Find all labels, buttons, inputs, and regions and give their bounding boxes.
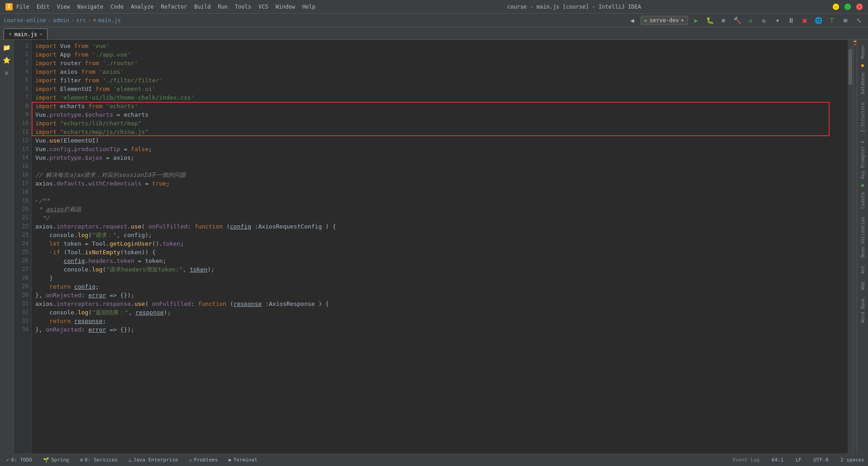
- run-button[interactable]: ▶: [691, 15, 702, 26]
- panel-bean-validation[interactable]: Bean Validation: [859, 213, 867, 261]
- panel-maven[interactable]: Maven: [859, 42, 867, 62]
- todo-icon: ✓: [6, 457, 9, 463]
- line-num-31: 31: [14, 300, 28, 308]
- breadcrumb-project[interactable]: course-online: [4, 17, 46, 24]
- panel-key-promoter[interactable]: Key Prompter X: [859, 137, 867, 182]
- status-encoding[interactable]: UTF-8: [813, 457, 828, 463]
- menu-run[interactable]: Run: [218, 4, 228, 10]
- reload-button[interactable]: ↻: [759, 15, 769, 26]
- stop-button[interactable]: ■: [799, 15, 810, 26]
- debug-button[interactable]: 🐛: [704, 15, 715, 26]
- menu-vcs[interactable]: VCS: [259, 4, 269, 10]
- browse-button[interactable]: 🌐: [813, 15, 824, 26]
- run-config-label: serve-dev: [650, 17, 679, 24]
- bottom-tab-java-enterprise[interactable]: △ Java Enterprise: [126, 455, 181, 465]
- tab-main-js[interactable]: ⚡ main.js ✕: [4, 29, 47, 39]
- event-log-link[interactable]: Event Log: [733, 457, 760, 463]
- close-button[interactable]: ✕: [856, 4, 863, 10]
- sidebar-icon-project[interactable]: 📁: [1, 42, 13, 53]
- line-num-26: 26: [14, 257, 28, 265]
- translate-button[interactable]: T: [826, 15, 837, 26]
- bottom-tab-spring[interactable]: 🌱 Spring: [40, 455, 72, 465]
- line-num-32: 32: [14, 308, 28, 317]
- menu-view[interactable]: View: [57, 4, 70, 10]
- spring-label: Spring: [51, 457, 69, 463]
- panel-word-book[interactable]: Word Book: [859, 295, 867, 326]
- panel-ant[interactable]: Ant: [859, 262, 867, 277]
- panel-web[interactable]: Web: [859, 278, 867, 294]
- status-position[interactable]: 64:1: [772, 457, 784, 463]
- maven-indicator: [861, 64, 864, 67]
- menu-file[interactable]: File: [16, 4, 29, 10]
- more-button[interactable]: ▾: [772, 15, 783, 26]
- rerun-button[interactable]: ↺: [745, 15, 756, 26]
- scrollbar[interactable]: [848, 40, 853, 453]
- panel-codota[interactable]: Codota: [859, 189, 867, 212]
- menu-edit[interactable]: Edit: [37, 4, 50, 10]
- maximize-button[interactable]: □: [844, 4, 851, 10]
- bottom-tab-services[interactable]: ⚙ 8: Services: [77, 455, 120, 465]
- code-line-30: }, onRejected: error => {});: [32, 291, 848, 300]
- scrollbar-thumb[interactable]: [849, 49, 852, 85]
- menu-build[interactable]: Build: [194, 4, 211, 10]
- pause-button[interactable]: ⏸: [786, 15, 797, 26]
- back-button[interactable]: ◀: [627, 15, 638, 26]
- line-num-4: 4: [14, 67, 28, 76]
- line-num-33: 33: [14, 317, 28, 325]
- menu-refactor[interactable]: Refactor: [161, 4, 187, 10]
- line-num-34: 34: [14, 325, 28, 334]
- bottom-tab-problems[interactable]: ⚠ Problems: [186, 455, 221, 465]
- line-num-14: 14: [14, 153, 28, 162]
- run-config-icon: ▶: [645, 17, 648, 24]
- code-line-17: axios.defaults.withCredentials = true;: [32, 179, 848, 188]
- minimize-button[interactable]: —: [833, 4, 839, 10]
- code-line-4: import axios from 'axios': [32, 67, 848, 76]
- window-controls[interactable]: — □ ✕: [833, 4, 863, 10]
- code-line-31: axios.interceptors.response.use( onFulfi…: [32, 300, 848, 308]
- menu-help[interactable]: Help: [302, 4, 316, 10]
- todo-label: 6: TODO: [11, 457, 32, 463]
- menu-code[interactable]: Code: [111, 4, 124, 10]
- right-panel: Maven Database Z-Structure Key Prompter …: [857, 40, 868, 453]
- expand-button[interactable]: ⤡: [854, 15, 864, 26]
- terminal-label: Terminal: [233, 457, 257, 463]
- menu-bar[interactable]: File Edit View Navigate Code Analyze Ref…: [16, 4, 316, 10]
- bottom-tab-todo[interactable]: ✓ 6: TODO: [4, 455, 35, 465]
- breadcrumb-src[interactable]: src: [76, 17, 86, 24]
- breadcrumb-admin[interactable]: admin: [53, 17, 69, 24]
- menu-navigate[interactable]: Navigate: [77, 4, 104, 10]
- panel-database[interactable]: Database: [859, 69, 867, 98]
- breadcrumb: course-online › admin › src › ⚡ main.js: [4, 17, 121, 24]
- code-line-19: ▾/**: [32, 196, 848, 205]
- bottom-tab-terminal[interactable]: ▶ Terminal: [226, 455, 260, 465]
- code-line-16: // 解决每次ajax请求，对应的sessionId不一致的问题: [32, 171, 848, 179]
- breadcrumb-file: ⚡: [93, 17, 96, 24]
- sidebar-icon-favorites[interactable]: ⭐: [1, 54, 13, 66]
- tab-close-button[interactable]: ✕: [40, 32, 42, 37]
- coverage-button[interactable]: ⊕: [718, 15, 729, 26]
- line-num-17: 17: [14, 179, 28, 188]
- window-title: course - main.js [course] - IntelliJ IDE…: [507, 4, 641, 10]
- menu-analyze[interactable]: Analyze: [131, 4, 154, 10]
- tab-label: main.js: [14, 31, 38, 38]
- line-num-10: 10: [14, 119, 28, 128]
- line-num-24: 24: [14, 239, 28, 248]
- problems-icon: ⚠: [189, 457, 192, 463]
- app-icon: I: [5, 3, 13, 10]
- layout-button[interactable]: ⊞: [840, 15, 851, 26]
- status-indent[interactable]: 2 spaces: [840, 457, 864, 463]
- build-button[interactable]: 🔨: [731, 15, 742, 26]
- code-editor[interactable]: import Vue from 'vue' import App from '.…: [32, 40, 848, 453]
- java-enterprise-label: Java Enterprise: [133, 457, 178, 463]
- code-line-22: axios.interceptors.request.use( onFulfil…: [32, 222, 848, 231]
- panel-structure[interactable]: Z-Structure: [859, 99, 867, 136]
- menu-tools[interactable]: Tools: [235, 4, 251, 10]
- title-bar-left: I File Edit View Navigate Code Analyze R…: [5, 3, 316, 10]
- sidebar-icon-structure[interactable]: ≡: [1, 67, 13, 79]
- line-num-8: 8: [14, 102, 28, 110]
- menu-window[interactable]: Window: [275, 4, 295, 10]
- status-line-ending[interactable]: LF: [796, 457, 802, 463]
- highlighted-block: import echarts from 'echarts' Vue.protot…: [32, 102, 848, 136]
- line-num-27: 27: [14, 265, 28, 274]
- run-config-selector[interactable]: ▶ serve-dev ▾: [641, 16, 689, 25]
